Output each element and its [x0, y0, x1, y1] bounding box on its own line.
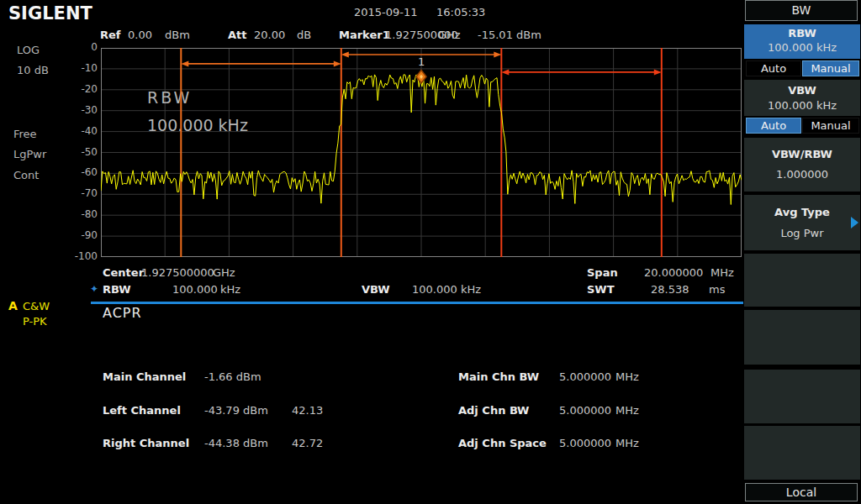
y-tick-label: 0	[64, 41, 98, 53]
marker-freq-unit: GHz	[438, 29, 461, 41]
acpr-row: Right Channel-44.38 dBm42.72Adj Chn Spac…	[103, 437, 742, 450]
att-value: 20.00	[254, 29, 285, 41]
softkey-blank-3[interactable]	[744, 370, 860, 423]
ref-unit: dBm	[165, 29, 190, 41]
center-label: Center	[103, 266, 144, 279]
vbw-unit: kHz	[461, 283, 481, 296]
acpr-row-value: -1.66 dBm	[204, 370, 261, 383]
rbw-softkey-label: RBW	[744, 27, 860, 39]
detector-label: P-PK	[23, 315, 47, 328]
y-tick-label: -40	[64, 125, 98, 137]
softkey-rbw[interactable]: RBW 100.000 kHz	[744, 24, 860, 59]
avg-type-softkey-value: Log Pwr	[744, 227, 860, 239]
annunciator-power: LgPwr	[13, 148, 46, 160]
acpr-row-label: Adj Chn BW	[458, 404, 529, 417]
swt-value: 28.538	[651, 283, 689, 296]
rbw-auto-button[interactable]: Auto	[746, 60, 801, 76]
acpr-title: ACPR	[103, 305, 142, 321]
vbw-label: VBW	[362, 283, 390, 296]
avg-type-softkey-label: Avg Type	[744, 206, 860, 218]
acpr-row-value: 5.000000	[559, 437, 611, 449]
rbw-annotation: RBW	[147, 88, 192, 107]
acpr-row-label: Left Channel	[103, 404, 181, 417]
softkey-vbw-rbw[interactable]: VBW/RBW 1.000000	[744, 138, 860, 192]
annunciator-trigger: Free	[13, 128, 37, 140]
marker-number-label: 1	[418, 55, 425, 68]
y-tick-label: -80	[64, 208, 98, 220]
annunciator-sweep: Cont	[13, 169, 39, 181]
vbw-auto-button[interactable]: Auto	[746, 118, 801, 134]
acpr-row: Left Channel-43.79 dBm42.13Adj Chn BW5.0…	[103, 404, 742, 417]
rbw-coupled-icon: ✦	[90, 283, 98, 295]
main-channel-arrowhead	[494, 52, 501, 58]
date-label: 2015-09-11	[354, 6, 418, 18]
center-value: 1.927500000	[141, 266, 214, 279]
acpr-row-value: 42.72	[292, 437, 323, 449]
trace-type-label: C&W	[23, 300, 50, 312]
rbw-label: RBW	[103, 283, 131, 296]
rbw-softkey-value: 100.000 kHz	[744, 41, 860, 54]
main-channel-arrowhead	[341, 52, 349, 58]
y-tick-label: -70	[64, 187, 98, 199]
marker-level-value: -15.01	[478, 29, 513, 41]
acpr-row-value: MHz	[615, 404, 639, 417]
vbw-softkey-label: VBW	[744, 84, 860, 97]
ref-value: 0.00	[128, 29, 152, 41]
y-tick-label: -30	[64, 104, 98, 116]
vbw-softkey-value: 100.000 kHz	[744, 99, 860, 112]
annunciator-scale: 10 dB	[17, 64, 49, 76]
acpr-row-value: MHz	[615, 370, 639, 383]
swt-label: SWT	[587, 283, 615, 296]
y-tick-label: -20	[64, 83, 98, 95]
menu-title: BW	[745, 0, 858, 21]
swt-unit: ms	[709, 283, 725, 296]
spectrum-analyzer-screen: SIGLENT 2015-09-11 16:05:33 LOG 10 dB Fr…	[0, 0, 861, 504]
softkey-avg-type[interactable]: Avg Type Log Pwr	[744, 195, 860, 250]
span-label: Span	[587, 266, 618, 279]
acpr-row-label: Main Chn BW	[458, 370, 539, 383]
acpr-row-value: 42.13	[292, 404, 323, 417]
local-button[interactable]: Local	[745, 483, 858, 501]
center-unit: GHz	[213, 266, 235, 279]
softkey-blank-1[interactable]	[744, 254, 860, 307]
vbw-auto-manual-row: Auto Manual	[744, 118, 860, 134]
span-value: 20.000000	[644, 266, 703, 279]
rbw-unit: kHz	[220, 283, 240, 296]
y-tick-label: -10	[64, 62, 98, 74]
rbw-value: 100.000	[172, 283, 218, 296]
submenu-arrow-icon	[851, 217, 858, 228]
rbw-annotation-value: 100.000 kHz	[147, 116, 248, 134]
marker-label: Marker1	[339, 29, 390, 41]
annunciator-log: LOG	[17, 44, 40, 56]
y-tick-label: -60	[64, 166, 98, 178]
span-unit: MHz	[710, 266, 734, 279]
softkey-blank-4[interactable]	[744, 426, 860, 480]
right-channel-arrowhead	[501, 69, 509, 75]
marker-level-unit: dBm	[516, 29, 541, 41]
softkey-menu: BW RBW 100.000 kHz Auto Manual VBW 100.0…	[743, 0, 861, 504]
att-unit: dB	[297, 29, 311, 41]
softkey-vbw[interactable]: VBW 100.000 kHz	[744, 80, 860, 116]
y-tick-label: -50	[64, 146, 98, 158]
acpr-row-label: Adj Chn Space	[458, 437, 547, 449]
spectrum-plot: RBW100.000 kHz1	[101, 48, 742, 257]
siglent-logo: SIGLENT	[8, 3, 92, 24]
right-channel-arrowhead	[654, 69, 662, 75]
rbw-auto-manual-row: Auto Manual	[744, 60, 860, 76]
acpr-row-value: -44.38 dBm	[204, 437, 268, 449]
vbw-value: 100.000	[412, 283, 457, 296]
att-label: Att	[228, 29, 247, 41]
acpr-row-value: MHz	[615, 437, 639, 449]
vbw-manual-button[interactable]: Manual	[802, 118, 859, 134]
y-tick-label: -90	[64, 229, 98, 241]
y-tick-label: -100	[64, 250, 98, 262]
trace-id-label: A	[8, 299, 18, 312]
acpr-row: Main Channel-1.66 dBmMain Chn BW5.000000…	[103, 370, 742, 384]
rbw-manual-button[interactable]: Manual	[802, 60, 859, 76]
acpr-row-label: Right Channel	[103, 437, 189, 449]
softkey-blank-2[interactable]	[744, 310, 860, 365]
acpr-row-value: -43.79 dBm	[204, 404, 268, 417]
left-channel-arrowhead	[181, 60, 188, 66]
vbw-rbw-softkey-value: 1.000000	[744, 168, 860, 181]
left-channel-arrowhead	[334, 60, 341, 66]
